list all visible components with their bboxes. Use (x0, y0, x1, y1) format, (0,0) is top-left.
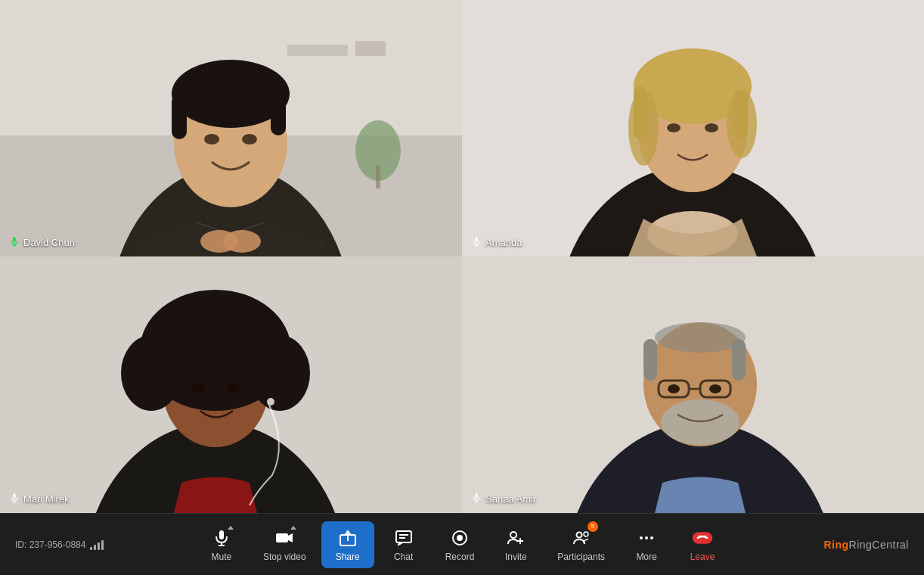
toolbar: ID: 237-956-0884 Mute (0, 513, 924, 575)
stop-video-icon (274, 527, 295, 549)
svg-point-78 (576, 532, 581, 537)
svg-point-74 (457, 535, 463, 541)
svg-point-41 (250, 335, 310, 411)
svg-rect-67 (276, 533, 288, 542)
chat-label: Chat (394, 552, 413, 562)
more-label: More (636, 552, 656, 562)
mute-caret (228, 526, 234, 530)
name-tag-mari: Mari Mirek (9, 493, 70, 505)
toolbar-right: RingRingCentral (788, 539, 909, 551)
record-icon (449, 527, 470, 549)
svg-rect-10 (172, 94, 187, 139)
svg-point-43 (226, 384, 240, 393)
video-cell-mari: Mari Mirek (0, 256, 462, 513)
mic-icon-sanaa (471, 493, 482, 505)
svg-rect-83 (693, 532, 712, 544)
stop-video-button[interactable]: Stop video (251, 521, 318, 568)
record-button[interactable]: Record (433, 521, 487, 568)
video-cell-amanda: Amanda (462, 0, 924, 256)
stop-video-label: Stop video (263, 552, 306, 562)
more-icon (636, 527, 657, 549)
svg-point-79 (584, 532, 588, 536)
video-cell-david: David Chun (0, 0, 462, 256)
svg-rect-16 (13, 237, 16, 242)
share-label: Share (336, 552, 360, 562)
svg-point-13 (242, 134, 257, 145)
share-button[interactable]: Share (321, 521, 374, 568)
svg-rect-32 (475, 237, 478, 242)
mic-icon-mari (9, 493, 20, 505)
video-grid: David Chun (0, 0, 924, 513)
mute-icon (211, 527, 232, 549)
mute-button[interactable]: Mute (195, 521, 248, 568)
invite-label: Invite (505, 552, 527, 562)
signal-bar-1 (90, 547, 92, 550)
mute-label: Mute (212, 552, 232, 562)
svg-rect-11 (271, 94, 286, 135)
signal-bar-3 (98, 542, 100, 550)
record-label: Record (445, 552, 475, 562)
participant-name-david: David Chun (23, 237, 75, 248)
signal-bar-2 (94, 545, 96, 550)
mic-icon-amanda (471, 236, 482, 249)
svg-point-54 (655, 322, 746, 353)
svg-rect-4 (355, 41, 386, 56)
more-button[interactable]: More (620, 521, 673, 568)
leave-label: Leave (690, 552, 715, 562)
svg-point-15 (223, 230, 261, 253)
participants-label: Participants (557, 552, 605, 562)
chat-icon (393, 527, 414, 549)
name-tag-amanda: Amanda (471, 236, 522, 249)
svg-point-60 (709, 384, 721, 393)
participant-name-sanaa: Sanaa Amir (485, 493, 536, 505)
svg-point-12 (204, 134, 219, 145)
video-cell-sanaa: Sanaa Amir (462, 256, 924, 513)
svg-point-82 (650, 536, 653, 539)
invite-button[interactable]: Invite (489, 521, 542, 568)
svg-rect-3 (287, 45, 348, 56)
svg-point-80 (640, 536, 643, 539)
participants-badge: 5 (588, 521, 598, 532)
svg-point-42 (191, 384, 205, 393)
svg-point-81 (645, 536, 648, 539)
svg-point-30 (667, 123, 681, 132)
svg-rect-61 (475, 493, 478, 499)
svg-rect-45 (13, 493, 16, 499)
participants-icon: 5 (571, 527, 592, 549)
svg-rect-6 (376, 166, 380, 188)
stop-video-caret (290, 526, 296, 530)
svg-point-84 (698, 535, 702, 539)
svg-point-59 (668, 384, 680, 393)
leave-icon (692, 527, 713, 549)
signal-bar-4 (101, 540, 104, 550)
participant-name-amanda: Amanda (485, 237, 522, 248)
share-icon (337, 527, 358, 549)
name-tag-sanaa: Sanaa Amir (471, 493, 536, 505)
svg-point-28 (628, 90, 659, 166)
svg-rect-70 (396, 531, 411, 542)
participants-button[interactable]: 5 Participants (545, 521, 617, 568)
invite-icon (505, 527, 526, 549)
meeting-id: ID: 237-956-0884 (15, 539, 85, 550)
mic-icon-david (9, 236, 20, 249)
ringcentral-logo: RingRingCentral (823, 539, 909, 551)
svg-rect-64 (219, 530, 224, 539)
svg-point-40 (121, 335, 181, 411)
participant-name-mari: Mari Mirek (23, 493, 70, 505)
signal-bars (90, 539, 104, 550)
name-tag-david: David Chun (9, 236, 75, 249)
svg-point-44 (267, 398, 274, 406)
chat-button[interactable]: Chat (377, 521, 430, 568)
svg-point-85 (704, 535, 708, 539)
svg-point-31 (705, 123, 718, 132)
toolbar-left: ID: 237-956-0884 (15, 539, 136, 550)
leave-button[interactable]: Leave (676, 521, 729, 568)
svg-point-29 (727, 90, 757, 158)
toolbar-center: Mute Stop video Share (195, 521, 729, 568)
svg-point-75 (510, 532, 516, 538)
svg-rect-52 (643, 339, 657, 381)
